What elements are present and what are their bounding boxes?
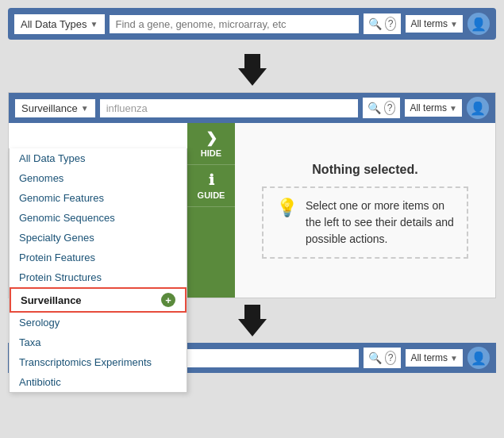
surveillance-label: Surveillance (21, 102, 78, 114)
top-help-icon[interactable]: ? (385, 17, 397, 31)
select-hint-box: 💡 Select one or more items on the left t… (262, 186, 468, 259)
dropdown-item-protein-features[interactable]: Protein Features (10, 248, 187, 267)
guide-label: GUIDE (198, 190, 225, 200)
top-search-bar: All Data Types ▼ 🔍 ? All terms ▼ 👤 (8, 8, 496, 40)
surveillance-selector[interactable]: Surveillance ▼ (15, 99, 95, 117)
dropdown-menu: All Data Types Genomes Genomic Features … (9, 148, 187, 393)
surveillance-chevron: ▼ (81, 104, 89, 113)
dropdown-item-transcriptomics[interactable]: Transcriptomics Experiments (10, 352, 187, 372)
middle-help-icon[interactable]: ? (384, 101, 396, 115)
middle-search-icons: 🔍 ? (363, 98, 401, 118)
nothing-selected-title: Nothing selected. (312, 163, 417, 177)
top-search-input[interactable] (116, 18, 352, 30)
bottom-all-terms-chevron: ▼ (450, 354, 458, 363)
surveillance-plus-icon[interactable]: + (161, 293, 175, 307)
dropdown-item-antibiotic[interactable]: Antibiotic (10, 372, 187, 392)
dropdown-item-specialty-genes[interactable]: Specialty Genes (10, 228, 187, 248)
bottom-user-avatar[interactable]: 👤 (467, 347, 490, 369)
dropdown-item-genomic-features[interactable]: Genomic Features (10, 188, 187, 208)
middle-all-terms-selector[interactable]: All terms ▼ (405, 99, 462, 117)
bottom-help-icon[interactable]: ? (385, 351, 397, 365)
top-search-icon[interactable]: 🔍 (368, 17, 382, 30)
dropdown-item-genomic-sequences[interactable]: Genomic Sequences (10, 208, 187, 228)
bulb-icon: 💡 (276, 198, 298, 218)
bottom-search-icon[interactable]: 🔍 (368, 352, 382, 364)
dropdown-item-genomes[interactable]: Genomes (10, 168, 187, 188)
top-all-terms-chevron: ▼ (450, 20, 458, 29)
top-all-terms-selector[interactable]: All terms ▼ (406, 15, 463, 33)
top-data-type-selector[interactable]: All Data Types ▼ (14, 14, 105, 34)
nothing-selected-panel: Nothing selected. 💡 Select one or more i… (235, 123, 495, 298)
top-search-input-wrapper (110, 15, 359, 33)
bottom-all-terms-label: All terms (410, 352, 448, 363)
dropdown-item-protein-structures[interactable]: Protein Structures (10, 267, 187, 287)
middle-search-input-wrapper (100, 99, 358, 117)
hint-text: Select one or more items on the left to … (306, 198, 454, 248)
hide-label: HIDE (201, 148, 221, 158)
side-buttons-panel: ❯ HIDE ℹ GUIDE (187, 123, 235, 298)
top-search-icons: 🔍 ? (364, 13, 402, 34)
dropdown-item-all-data-types[interactable]: All Data Types (10, 148, 187, 168)
arrow-1 (0, 48, 504, 92)
second-search-bar: Surveillance ▼ 🔍 ? All terms ▼ 👤 (9, 93, 495, 123)
guide-button[interactable]: ℹ GUIDE (187, 165, 235, 207)
dropdown-item-surveillance[interactable]: Surveillance + (10, 287, 187, 313)
bottom-all-terms-selector[interactable]: All terms ▼ (406, 349, 463, 367)
dropdown-item-serology[interactable]: Serology (10, 313, 187, 332)
middle-all-terms-chevron: ▼ (449, 104, 457, 113)
dropdown-item-taxa[interactable]: Taxa (10, 332, 187, 352)
top-data-type-chevron: ▼ (90, 20, 98, 29)
hide-button[interactable]: ❯ HIDE (187, 123, 235, 165)
top-data-type-label: All Data Types (21, 18, 87, 30)
middle-user-avatar[interactable]: 👤 (467, 97, 489, 119)
hide-icon: ❯ (190, 129, 232, 147)
top-all-terms-label: All terms (410, 18, 448, 29)
middle-all-terms-label: All terms (410, 102, 447, 113)
bottom-search-icons: 🔍 ? (364, 348, 402, 368)
top-user-avatar[interactable]: 👤 (467, 13, 490, 35)
guide-icon: ℹ (190, 171, 232, 189)
middle-search-icon[interactable]: 🔍 (367, 102, 381, 114)
middle-search-input[interactable] (106, 102, 352, 114)
main-section: Surveillance ▼ 🔍 ? All terms ▼ 👤 All Dat… (8, 92, 496, 298)
